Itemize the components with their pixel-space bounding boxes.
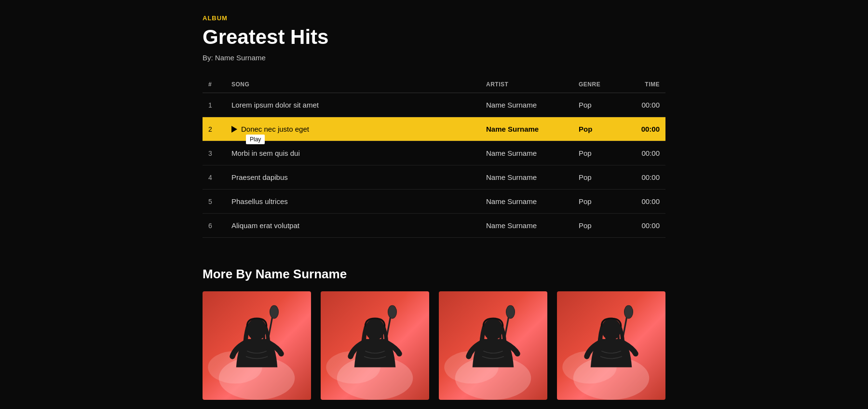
svg-point-3: [270, 305, 279, 318]
track-list: 1Lorem ipsum dolor sit ametName SurnameP…: [203, 93, 665, 238]
track-genre: Pop: [573, 214, 619, 238]
album-art-1: [203, 291, 311, 400]
track-song: Donec nec justo egetPlay: [226, 117, 480, 141]
header-row: # SONG ARTIST GENRE TIME: [203, 76, 665, 93]
play-icon: [231, 126, 237, 133]
col-artist: ARTIST: [480, 76, 573, 93]
album-art-4: [557, 291, 665, 400]
track-genre: Pop: [573, 117, 619, 141]
svg-point-13: [506, 305, 515, 318]
page-container: ALBUM Greatest Hits By: Name Surname # S…: [193, 0, 675, 409]
table-row[interactable]: 3Morbi in sem quis duiName SurnamePop00:…: [203, 141, 665, 165]
track-num: 4: [203, 165, 226, 190]
album-card-1[interactable]: [203, 291, 311, 400]
track-num: 3: [203, 141, 226, 165]
track-num: 6: [203, 214, 226, 238]
track-artist: Name Surname: [480, 214, 573, 238]
album-cards: [203, 291, 665, 400]
track-time: 00:00: [619, 190, 665, 214]
more-section: More By Name Surname: [203, 267, 665, 400]
table-row[interactable]: 2Donec nec justo egetPlayName SurnamePop…: [203, 117, 665, 141]
track-song: Morbi in sem quis dui: [226, 141, 480, 165]
more-title: More By Name Surname: [203, 267, 665, 282]
play-icon-cell: Donec nec justo egetPlay: [231, 125, 475, 133]
track-time: 00:00: [619, 141, 665, 165]
track-genre: Pop: [573, 190, 619, 214]
table-header: # SONG ARTIST GENRE TIME: [203, 76, 665, 93]
track-song: Phasellus ultrices: [226, 190, 480, 214]
svg-point-8: [388, 305, 397, 318]
col-num: #: [203, 76, 226, 93]
album-header: ALBUM Greatest Hits By: Name Surname: [203, 14, 665, 62]
song-title-with-tooltip: Donec nec justo egetPlay: [241, 125, 309, 133]
table-row[interactable]: 6Aliquam erat volutpatName SurnamePop00:…: [203, 214, 665, 238]
track-time: 00:00: [619, 117, 665, 141]
album-by: By: Name Surname: [203, 54, 665, 62]
track-genre: Pop: [573, 141, 619, 165]
track-time: 00:00: [619, 165, 665, 190]
album-art-3: [439, 291, 547, 400]
track-time: 00:00: [619, 214, 665, 238]
track-artist: Name Surname: [480, 165, 573, 190]
track-artist: Name Surname: [480, 117, 573, 141]
album-card-4[interactable]: [557, 291, 665, 400]
track-num: 2: [203, 117, 226, 141]
col-genre: GENRE: [573, 76, 619, 93]
track-artist: Name Surname: [480, 141, 573, 165]
album-title: Greatest Hits: [203, 26, 665, 49]
svg-point-18: [624, 305, 633, 318]
album-label: ALBUM: [203, 14, 665, 22]
col-time: TIME: [619, 76, 665, 93]
table-row[interactable]: 4Praesent dapibusName SurnamePop00:00: [203, 165, 665, 190]
album-artist: Name Surname: [215, 54, 266, 62]
album-card-2[interactable]: [321, 291, 429, 400]
album-card-3[interactable]: [439, 291, 547, 400]
track-num: 1: [203, 93, 226, 117]
track-time: 00:00: [619, 93, 665, 117]
track-song: Aliquam erat volutpat: [226, 214, 480, 238]
by-prefix: By:: [203, 54, 215, 62]
track-artist: Name Surname: [480, 93, 573, 117]
track-num: 5: [203, 190, 226, 214]
track-genre: Pop: [573, 93, 619, 117]
track-artist: Name Surname: [480, 190, 573, 214]
track-song: Praesent dapibus: [226, 165, 480, 190]
col-song: SONG: [226, 76, 480, 93]
album-art-2: [321, 291, 429, 400]
table-row[interactable]: 5Phasellus ultricesName SurnamePop00:00: [203, 190, 665, 214]
track-genre: Pop: [573, 165, 619, 190]
track-table: # SONG ARTIST GENRE TIME 1Lorem ipsum do…: [203, 76, 665, 238]
track-song: Lorem ipsum dolor sit amet: [226, 93, 480, 117]
table-row[interactable]: 1Lorem ipsum dolor sit ametName SurnameP…: [203, 93, 665, 117]
